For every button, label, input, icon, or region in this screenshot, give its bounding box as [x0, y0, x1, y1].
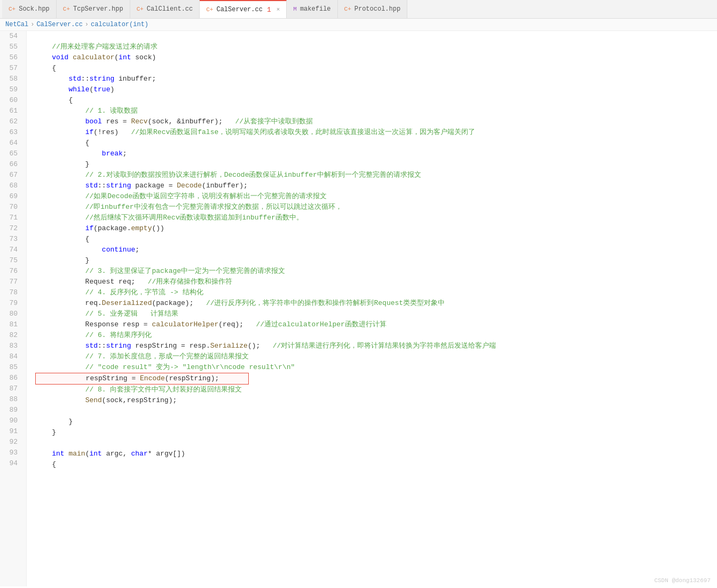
- line-number-78: 78: [2, 287, 22, 298]
- line-number-65: 65: [2, 148, 22, 159]
- tab-makefile[interactable]: M makefile: [287, 0, 337, 18]
- tab-tcpserver-label: TcpServer.hpp: [73, 5, 123, 13]
- code-line-73: {: [35, 234, 717, 245]
- line-number-84: 84: [2, 351, 22, 362]
- code-line-60: {: [35, 95, 717, 106]
- line-number-58: 58: [2, 74, 22, 84]
- line-number-79: 79: [2, 298, 22, 309]
- tab-sock-label: Sock.hpp: [19, 5, 50, 13]
- line-number-56: 56: [2, 52, 22, 63]
- breadcrumb-calserver[interactable]: CalServer.cc: [36, 21, 82, 28]
- line-number-75: 75: [2, 255, 22, 266]
- code-line-79: req.Deserialized(package); //进行反序列化，将字符串…: [35, 298, 717, 309]
- code-line-93: int main(int argc, char* argv[]): [35, 449, 717, 459]
- code-line-58: std::string inbuffer;: [35, 74, 717, 84]
- code-line-68: std::string package = Decode(inbuffer);: [35, 181, 717, 191]
- code-line-56: void calculator(int sock): [35, 52, 717, 63]
- code-line-70: //即inbuffer中没有包含一个完整完善请求报文的数据，所以可以跳过这次循环…: [35, 202, 717, 213]
- code-line-78: // 4. 反序列化，字节流 -> 结构化: [35, 287, 717, 298]
- code-line-89: [35, 406, 717, 417]
- line-number-94: 94: [2, 458, 22, 469]
- tab-sock-icon: C+: [9, 6, 15, 12]
- line-number-54: 54: [2, 31, 22, 42]
- code-line-67: // 2.对读取到的数据按照协议来进行解析，Decode函数保证从inbuffe…: [35, 170, 717, 181]
- tab-calserver-modified-dot: 1: [267, 6, 271, 14]
- line-number-66: 66: [2, 159, 22, 170]
- tab-calclient-label: CalClient.cc: [147, 5, 193, 13]
- code-line-54: [35, 31, 717, 42]
- tab-protocol-icon: C+: [344, 6, 351, 12]
- line-number-69: 69: [2, 191, 22, 202]
- line-number-76: 76: [2, 266, 22, 277]
- code-line-94: {: [35, 459, 717, 470]
- tab-calclient-icon: C+: [137, 6, 144, 12]
- line-number-89: 89: [2, 405, 22, 415]
- code-line-81: Response resp = calculatorHelper(req); /…: [35, 319, 717, 330]
- tab-makefile-icon: M: [293, 6, 297, 12]
- code-line-77: Request req; //用来存储操作数和操作符: [35, 277, 717, 287]
- line-number-70: 70: [2, 202, 22, 213]
- line-number-73: 73: [2, 234, 22, 245]
- tab-sock[interactable]: C+ Sock.hpp: [2, 0, 57, 18]
- tab-calserver-label: CalServer.cc: [216, 6, 262, 13]
- code-lines[interactable]: //用来处理客户端发送过来的请求 void calculator(int soc…: [27, 31, 717, 586]
- code-line-80: // 5. 业务逻辑 计算结果: [35, 309, 717, 319]
- tab-protocol-label: Protocol.hpp: [354, 5, 400, 13]
- watermark: CSDN @dong132697: [654, 577, 711, 584]
- code-line-84: // 7. 添加长度信息，形成一个完整的返回结果报文: [35, 351, 717, 362]
- line-number-86: 86: [2, 373, 22, 383]
- code-line-64: {: [35, 138, 717, 148]
- tab-calserver[interactable]: C+ CalServer.cc 1 ×: [200, 0, 287, 18]
- code-line-83: std::string respString = resp.Serialize(…: [35, 341, 717, 351]
- tab-bar: C+ Sock.hpp C+ TcpServer.hpp C+ CalClien…: [0, 0, 717, 19]
- breadcrumb: NetCal › CalServer.cc › calculator(int): [0, 19, 717, 31]
- tab-calclient[interactable]: C+ CalClient.cc: [130, 0, 200, 18]
- line-number-81: 81: [2, 319, 22, 330]
- line-number-64: 64: [2, 138, 22, 148]
- code-line-61: // 1. 读取数据: [35, 106, 717, 116]
- code-line-92: [35, 438, 717, 449]
- line-number-88: 88: [2, 394, 22, 405]
- line-number-67: 67: [2, 170, 22, 181]
- code-line-86: respString = Encode(respString);: [35, 373, 249, 385]
- line-number-60: 60: [2, 95, 22, 106]
- line-number-93: 93: [2, 448, 22, 458]
- code-line-72: if(package.empty()): [35, 223, 717, 234]
- line-number-82: 82: [2, 330, 22, 341]
- code-line-62: bool res = Recv(sock, &inbuffer); //从套接字…: [35, 116, 717, 127]
- code-line-69: //如果Decode函数中返回空字符串，说明没有解析出一个完整完善的请求报文: [35, 191, 717, 202]
- breadcrumb-function: calculator(int): [91, 21, 148, 28]
- line-number-72: 72: [2, 223, 22, 234]
- line-number-92: 92: [2, 437, 22, 448]
- code-line-57: {: [35, 63, 717, 74]
- line-number-74: 74: [2, 245, 22, 255]
- code-line-63: if(!res) //如果Recv函数返回false，说明写端关闭或者读取失败，…: [35, 127, 717, 138]
- tab-tcpserver[interactable]: C+ TcpServer.hpp: [57, 0, 130, 18]
- tab-makefile-label: makefile: [300, 5, 331, 13]
- code-line-71: //然后继续下次循环调用Recv函数读取数据追加到inbuffer函数中。: [35, 213, 717, 223]
- line-number-59: 59: [2, 84, 22, 95]
- line-number-57: 57: [2, 63, 22, 74]
- tab-calserver-close[interactable]: ×: [277, 6, 280, 13]
- code-line-82: // 6. 将结果序列化: [35, 330, 717, 341]
- breadcrumb-netcal[interactable]: NetCal: [5, 21, 28, 28]
- code-line-75: }: [35, 255, 717, 266]
- line-number-68: 68: [2, 181, 22, 191]
- code-line-85: // "code result" 变为-> "length\r\ncode re…: [35, 362, 717, 373]
- line-number-87: 87: [2, 383, 22, 394]
- line-number-61: 61: [2, 106, 22, 116]
- code-line-88: Send(sock,respString);: [35, 395, 717, 406]
- tab-protocol[interactable]: C+ Protocol.hpp: [338, 0, 408, 18]
- code-line-76: // 3. 到这里保证了package中一定为一个完整完善的请求报文: [35, 266, 717, 277]
- line-number-71: 71: [2, 213, 22, 223]
- code-line-90: }: [35, 417, 717, 427]
- code-line-59: while(true): [35, 84, 717, 95]
- code-line-66: }: [35, 159, 717, 170]
- code-line-91: }: [35, 427, 717, 438]
- code-line-74: continue;: [35, 245, 717, 255]
- line-number-85: 85: [2, 362, 22, 373]
- line-numbers: 5455565758596061626364656667686970717273…: [0, 31, 27, 586]
- line-number-83: 83: [2, 341, 22, 351]
- code-line-65: break;: [35, 148, 717, 159]
- line-number-62: 62: [2, 116, 22, 127]
